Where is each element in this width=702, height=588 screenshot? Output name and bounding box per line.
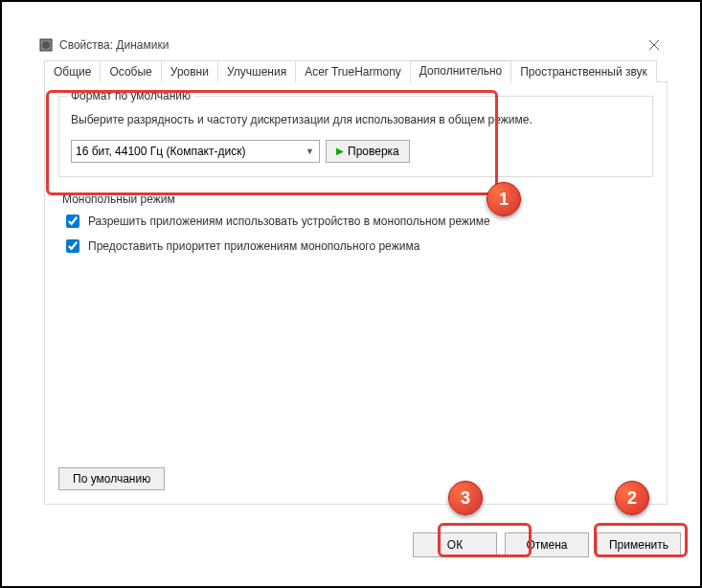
checkbox-allow-exclusive-label: Разрешить приложениям использовать устро… — [88, 215, 490, 228]
tab-acer[interactable]: Acer TrueHarmony — [295, 60, 411, 82]
titlebar: Свойства: Динамики — [31, 31, 681, 59]
checkbox-priority-exclusive-input[interactable] — [66, 239, 79, 253]
annotation-badge-3: 3 — [448, 481, 483, 515]
format-select[interactable]: 16 бит, 44100 Гц (Компакт-диск) — [71, 140, 320, 163]
exclusive-mode-legend: Монопольный режим — [62, 192, 649, 206]
window-title: Свойства: Динамики — [59, 38, 635, 52]
dialog-button-bar: ОК Отмена Применить — [413, 532, 681, 557]
tab-spatial[interactable]: Пространственный звук — [510, 60, 657, 82]
play-icon: ▶ — [336, 146, 344, 156]
default-format-legend: Формат по умолчанию — [67, 89, 194, 102]
checkbox-allow-exclusive[interactable]: Разрешить приложениям использовать устро… — [62, 212, 649, 231]
exclusive-mode-group: Монопольный режим Разрешить приложениям … — [58, 192, 653, 256]
test-button-label: Проверка — [348, 145, 399, 158]
tab-general[interactable]: Общие — [44, 60, 101, 82]
format-row: 16 бит, 44100 Гц (Компакт-диск) ▼ ▶ Пров… — [71, 140, 641, 163]
svg-point-1 — [42, 41, 50, 49]
checkbox-priority-exclusive[interactable]: Предоставить приоритет приложениям моноп… — [62, 237, 649, 256]
annotation-badge-1: 1 — [487, 182, 521, 216]
tab-advanced[interactable]: Дополнительно — [410, 60, 511, 82]
default-format-group: Формат по умолчанию Выберите разрядность… — [58, 96, 653, 177]
tab-strip: Общие Особые Уровни Улучшения Acer TrueH… — [44, 60, 668, 82]
speaker-icon — [38, 37, 54, 53]
annotation-badge-2: 2 — [615, 481, 649, 515]
close-button[interactable] — [635, 32, 673, 58]
tab-enhancements[interactable]: Улучшения — [217, 60, 296, 82]
ok-button[interactable]: ОК — [413, 532, 497, 557]
cancel-button[interactable]: Отмена — [505, 532, 589, 557]
restore-defaults-button[interactable]: По умолчанию — [58, 467, 165, 490]
tab-panel-advanced: Формат по умолчанию Выберите разрядность… — [44, 81, 668, 505]
default-format-description: Выберите разрядность и частоту дискретиз… — [71, 112, 641, 128]
properties-dialog: Свойства: Динамики Общие Особые Уровни У… — [31, 31, 681, 529]
tab-levels[interactable]: Уровни — [161, 60, 218, 82]
checkbox-priority-exclusive-label: Предоставить приоритет приложениям моноп… — [88, 239, 419, 253]
tab-custom[interactable]: Особые — [100, 60, 161, 82]
apply-button[interactable]: Применить — [597, 532, 681, 557]
test-button[interactable]: ▶ Проверка — [326, 140, 410, 163]
checkbox-allow-exclusive-input[interactable] — [66, 215, 79, 228]
